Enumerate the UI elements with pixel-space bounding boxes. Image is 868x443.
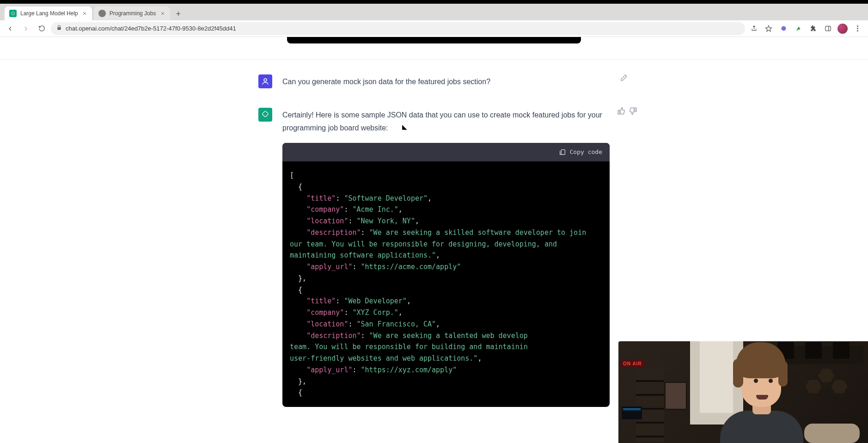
user-message-row: Can you generate mock json data for the … <box>258 72 610 105</box>
webcam-overlay: ON AIR <box>618 341 868 443</box>
thumbs-down-icon[interactable] <box>629 107 637 115</box>
new-tab-button[interactable]: + <box>172 7 185 20</box>
on-air-sign: ON AIR <box>620 360 645 368</box>
svg-rect-5 <box>561 150 565 155</box>
address-bar[interactable]: chat.openai.com/chat/24ed7b2e-5172-47f0-… <box>51 22 745 35</box>
star-icon[interactable] <box>763 23 775 35</box>
copy-code-label: Copy code <box>570 147 602 158</box>
panel-icon[interactable] <box>822 23 834 35</box>
extension-purple-icon[interactable] <box>777 23 789 35</box>
svg-point-4 <box>264 79 267 81</box>
reload-button[interactable] <box>35 22 48 35</box>
svg-point-0 <box>12 12 15 15</box>
globe-favicon-icon <box>98 10 106 17</box>
kebab-menu-icon[interactable] <box>851 23 863 35</box>
tab-title: Programming Jobs <box>110 10 156 17</box>
thumbs-up-icon[interactable] <box>617 107 625 115</box>
extensions-puzzle-icon[interactable] <box>807 23 819 35</box>
user-message-text: Can you generate mock json data for the … <box>282 74 610 88</box>
user-avatar-icon <box>258 74 272 88</box>
code-content[interactable]: [ { "title": "Software Developer", "comp… <box>282 161 610 407</box>
extension-green-icon[interactable] <box>792 23 804 35</box>
forward-button[interactable] <box>19 22 32 35</box>
code-block: Copy code [ { "title": "Software Develop… <box>282 143 610 407</box>
url-text: chat.openai.com/chat/24ed7b2e-5172-47f0-… <box>66 25 236 32</box>
tab-title: Large Lang Model Help <box>20 10 78 17</box>
browser-tab-inactive[interactable]: Programming Jobs <box>94 6 170 20</box>
prev-code-block-bottom <box>287 37 581 43</box>
share-icon[interactable] <box>748 23 760 35</box>
close-tab-icon[interactable] <box>160 11 165 16</box>
browser-tab-strip: Large Lang Model Help Programming Jobs + <box>0 4 868 20</box>
ai-avatar-icon <box>258 108 272 122</box>
toolbar-right <box>748 23 864 35</box>
window-top-border <box>0 0 868 4</box>
svg-rect-2 <box>825 26 830 31</box>
svg-point-1 <box>781 26 786 31</box>
openai-favicon-icon <box>9 10 17 17</box>
close-tab-icon[interactable] <box>82 11 87 16</box>
ai-message-actions <box>617 107 637 115</box>
browser-toolbar: chat.openai.com/chat/24ed7b2e-5172-47f0-… <box>0 20 868 37</box>
lock-icon <box>56 25 62 32</box>
edit-icon[interactable] <box>620 74 628 82</box>
browser-tab-active[interactable]: Large Lang Model Help <box>5 6 92 20</box>
ai-message-text: Certainly! Here is some sample JSON data… <box>282 109 610 135</box>
profile-avatar[interactable] <box>837 23 849 35</box>
ai-message-body: Certainly! Here is some sample JSON data… <box>282 108 610 407</box>
clipboard-icon <box>559 148 566 156</box>
code-block-header: Copy code <box>282 143 610 161</box>
ai-message-row: Certainly! Here is some sample JSON data… <box>258 105 610 407</box>
back-button[interactable] <box>4 22 17 35</box>
copy-code-button[interactable]: Copy code <box>559 147 602 158</box>
user-message-actions <box>620 74 628 82</box>
